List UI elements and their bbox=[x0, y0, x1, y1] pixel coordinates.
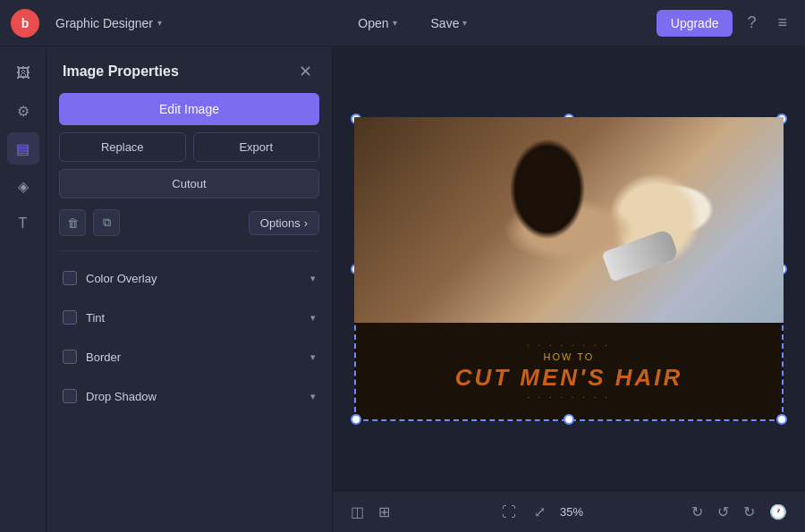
options-row: 🗑 ⧉ Options › bbox=[59, 206, 319, 240]
design-card[interactable]: · · · · · · · · HOW TO CUT MEN'S HAIR · … bbox=[354, 117, 784, 421]
expand-btn[interactable]: ⛶ bbox=[498, 501, 520, 524]
delete-button[interactable]: 🗑 bbox=[59, 209, 86, 236]
border-accordion[interactable]: Border ▾ bbox=[59, 341, 319, 373]
border-chevron: ▾ bbox=[310, 351, 316, 363]
drop-shadow-chevron: ▾ bbox=[310, 391, 316, 402]
edit-image-button[interactable]: Edit Image bbox=[59, 93, 319, 125]
canvas-workspace[interactable]: · · · · · · · · HOW TO CUT MEN'S HAIR · … bbox=[333, 46, 805, 491]
bottom-left: ◫ ⊞ bbox=[347, 500, 394, 524]
topbar-right: Upgrade ? ≡ bbox=[657, 10, 794, 37]
redo-btn[interactable]: ↻ bbox=[740, 500, 758, 524]
open-button[interactable]: Open ▾ bbox=[344, 10, 410, 37]
app-name-label: Graphic Designer bbox=[55, 16, 153, 30]
bottom-center: ⛶ ⤢ 35% bbox=[498, 500, 583, 524]
bottombar: ◫ ⊞ ⛶ ⤢ 35% ↻ ↺ ↻ 🕐 bbox=[333, 491, 805, 532]
color-overlay-label: Color Overlay bbox=[86, 272, 301, 285]
upgrade-button[interactable]: Upgrade bbox=[657, 10, 733, 37]
border-checkbox[interactable] bbox=[63, 350, 77, 364]
sliders-sidebar-btn[interactable]: ⚙ bbox=[7, 95, 39, 127]
cutout-button[interactable]: Cutout bbox=[59, 169, 319, 198]
app-name-button[interactable]: Graphic Designer ▾ bbox=[48, 13, 169, 34]
replace-button[interactable]: Replace bbox=[59, 132, 186, 162]
panel-content: Edit Image Replace Export Cutout 🗑 ⧉ Opt… bbox=[47, 93, 332, 425]
tint-label: Tint bbox=[86, 311, 301, 325]
options-chevron-icon: › bbox=[304, 216, 308, 230]
divider-1 bbox=[59, 250, 319, 251]
duplicate-button[interactable]: ⧉ bbox=[93, 209, 120, 236]
save-button[interactable]: Save ▾ bbox=[418, 10, 481, 37]
design-footer: · · · · · · · · HOW TO CUT MEN'S HAIR · … bbox=[354, 323, 784, 421]
shapes-sidebar-btn[interactable]: ◈ bbox=[7, 170, 39, 202]
help-button[interactable]: ? bbox=[740, 10, 763, 36]
panel-title: Image Properties bbox=[63, 63, 179, 80]
fit-btn[interactable]: ⤢ bbox=[530, 500, 549, 524]
export-button[interactable]: Export bbox=[193, 132, 320, 162]
color-overlay-checkbox[interactable] bbox=[63, 271, 77, 285]
menu-button[interactable]: ≡ bbox=[770, 10, 794, 36]
history-btn[interactable]: 🕐 bbox=[766, 500, 791, 524]
logo: b bbox=[11, 9, 39, 38]
footer-title: CUT MEN'S HAIR bbox=[455, 364, 683, 392]
topbar-center: Open ▾ Save ▾ bbox=[178, 10, 648, 37]
panel-header: Image Properties ✕ bbox=[47, 46, 332, 93]
icon-sidebar: 🖼 ⚙ ▤ ◈ T bbox=[0, 46, 47, 532]
app-name-chevron: ▾ bbox=[157, 18, 162, 28]
drop-shadow-checkbox[interactable] bbox=[63, 389, 77, 403]
image-sidebar-btn[interactable]: 🖼 bbox=[7, 57, 39, 89]
replace-export-row: Replace Export bbox=[59, 132, 319, 162]
color-overlay-accordion[interactable]: Color Overlay ▾ bbox=[59, 262, 319, 294]
canvas-area: · · · · · · · · HOW TO CUT MEN'S HAIR · … bbox=[333, 46, 805, 532]
drop-shadow-label: Drop Shadow bbox=[86, 390, 301, 403]
border-label: Border bbox=[86, 350, 301, 364]
footer-subtitle: HOW TO bbox=[544, 351, 595, 362]
zoom-label: 35% bbox=[560, 505, 583, 519]
footer-deco-top: · · · · · · · · bbox=[527, 342, 610, 350]
grid-bottom-btn[interactable]: ⊞ bbox=[375, 500, 394, 524]
color-overlay-chevron: ▾ bbox=[310, 273, 316, 284]
layers-bottom-btn[interactable]: ◫ bbox=[347, 500, 368, 524]
undo-btn[interactable]: ↺ bbox=[714, 500, 733, 524]
rotate-btn[interactable]: ↻ bbox=[688, 500, 707, 524]
options-button[interactable]: Options › bbox=[249, 211, 319, 235]
barber-image bbox=[354, 117, 784, 323]
close-panel-button[interactable]: ✕ bbox=[294, 61, 316, 82]
drop-shadow-accordion[interactable]: Drop Shadow ▾ bbox=[59, 380, 319, 412]
text-sidebar-btn[interactable]: T bbox=[7, 207, 39, 240]
properties-panel: Image Properties ✕ Edit Image Replace Ex… bbox=[47, 46, 333, 532]
tint-checkbox[interactable] bbox=[63, 310, 77, 325]
tint-chevron: ▾ bbox=[310, 312, 316, 324]
footer-deco-bottom: · · · · · · · · bbox=[527, 393, 610, 401]
topbar: b Graphic Designer ▾ Open ▾ Save ▾ Upgra… bbox=[0, 0, 805, 46]
layers-sidebar-btn[interactable]: ▤ bbox=[7, 132, 39, 165]
tint-accordion[interactable]: Tint ▾ bbox=[59, 301, 319, 334]
bottom-right: ↻ ↺ ↻ 🕐 bbox=[688, 500, 791, 524]
main-area: 🖼 ⚙ ▤ ◈ T Image Properties ✕ Edit Image … bbox=[0, 46, 805, 532]
barber-background bbox=[354, 117, 784, 323]
barber-overlay bbox=[354, 117, 784, 323]
